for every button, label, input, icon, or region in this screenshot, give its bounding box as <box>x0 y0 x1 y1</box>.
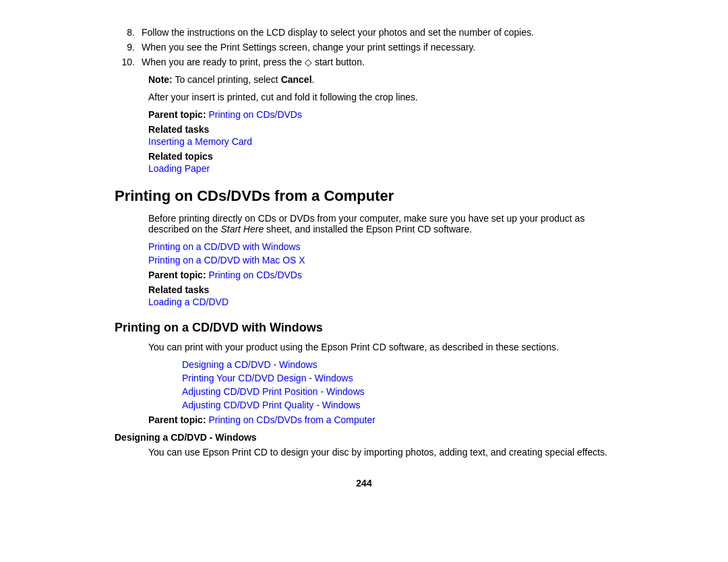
section2-intro-part2: sheet, and installed the Epson Print CD … <box>264 224 472 235</box>
section3-link-designing: Designing a CD/DVD - Windows <box>182 359 613 370</box>
designing-label: Designing a CD/DVD - Windows <box>115 432 613 443</box>
item-text-8: Follow the instructions on the LCD displ… <box>142 27 534 38</box>
related-tasks-link-1: Inserting a Memory Card <box>148 136 613 147</box>
item-number-9: 9. <box>115 42 142 53</box>
parent-topic-line-2: Parent topic: Printing on CDs/DVDs <box>148 270 613 280</box>
section3-link-quality: Adjusting CD/DVD Print Quality - Windows <box>182 400 613 410</box>
section2-intro-italic: Start Here <box>220 224 264 235</box>
page-number: 244 <box>115 478 613 502</box>
note-label: Note: <box>148 74 173 85</box>
inserting-memory-card-link[interactable]: Inserting a Memory Card <box>148 136 252 147</box>
section3-link-position: Adjusting CD/DVD Print Position - Window… <box>182 386 613 397</box>
related-tasks-label-2: Related tasks <box>148 284 613 295</box>
adjusting-position-windows-link[interactable]: Adjusting CD/DVD Print Position - Window… <box>182 386 365 397</box>
parent-topic-label-2: Parent topic: <box>148 270 206 280</box>
item-number-10: 10. <box>115 57 142 67</box>
note-cancel-bold: Cancel <box>281 74 312 85</box>
section3-link-printing: Printing Your CD/DVD Design - Windows <box>182 373 613 383</box>
parent-topic-link-3[interactable]: Printing on CDs/DVDs from a Computer <box>208 414 375 425</box>
loading-paper-link[interactable]: Loading Paper <box>148 163 210 174</box>
related-topics-link-1: Loading Paper <box>148 163 613 174</box>
designing-cd-windows-link[interactable]: Designing a CD/DVD - Windows <box>182 359 317 370</box>
section2-link-windows: Printing on a CD/DVD with Windows <box>148 241 613 252</box>
loading-cd-dvd-link[interactable]: Loading a CD/DVD <box>148 296 229 307</box>
page-content: 8. Follow the instructions on the LCD di… <box>101 0 627 562</box>
printing-cd-windows-link[interactable]: Printing on a CD/DVD with Windows <box>148 241 301 252</box>
parent-topic-link-1[interactable]: Printing on CDs/DVDs <box>208 109 302 120</box>
printing-cd-design-windows-link[interactable]: Printing Your CD/DVD Design - Windows <box>182 373 353 383</box>
parent-topic-label-1: Parent topic: <box>148 109 206 120</box>
list-item-10: 10. When you are ready to print, press t… <box>115 57 613 67</box>
section3-links-block: Designing a CD/DVD - Windows Printing Yo… <box>148 359 613 410</box>
note-text: To cancel printing, select <box>175 74 280 85</box>
parent-topic-link-2[interactable]: Printing on CDs/DVDs <box>208 270 302 280</box>
section2-link-mac: Printing on a CD/DVD with Mac OS X <box>148 255 613 266</box>
list-item-9: 9. When you see the Print Settings scree… <box>115 42 613 53</box>
note-period: . <box>312 74 315 85</box>
printing-cd-mac-link[interactable]: Printing on a CD/DVD with Mac OS X <box>148 255 305 266</box>
item-number-8: 8. <box>115 27 142 38</box>
section2-intro: Before printing directly on CDs or DVDs … <box>148 213 613 235</box>
item-text-9: When you see the Print Settings screen, … <box>142 42 475 53</box>
adjusting-quality-windows-link[interactable]: Adjusting CD/DVD Print Quality - Windows <box>182 400 361 410</box>
parent-topic-label-3: Parent topic: <box>148 414 206 425</box>
related-tasks-link-2: Loading a CD/DVD <box>148 296 613 307</box>
related-tasks-label-1: Related tasks <box>148 124 613 135</box>
section3-heading: Printing on a CD/DVD with Windows <box>115 321 613 335</box>
designing-intro: You can use Epson Print CD to design you… <box>148 447 613 458</box>
section3-intro: You can print with your product using th… <box>148 342 613 352</box>
numbered-list: 8. Follow the instructions on the LCD di… <box>115 27 613 67</box>
step-11-block: After your insert is printed, cut and fo… <box>148 92 613 102</box>
related-topics-label-1: Related topics <box>148 151 613 162</box>
item-text-10: When you are ready to print, press the ◇… <box>142 57 365 67</box>
step-11-text: After your insert is printed, cut and fo… <box>148 92 418 102</box>
list-item-8: 8. Follow the instructions on the LCD di… <box>115 27 613 38</box>
note-block: Note: To cancel printing, select Cancel. <box>148 74 613 85</box>
parent-topic-line-3: Parent topic: Printing on CDs/DVDs from … <box>148 414 613 425</box>
section2-heading: Printing on CDs/DVDs from a Computer <box>115 187 613 205</box>
parent-topic-line-1: Parent topic: Printing on CDs/DVDs <box>148 109 613 120</box>
